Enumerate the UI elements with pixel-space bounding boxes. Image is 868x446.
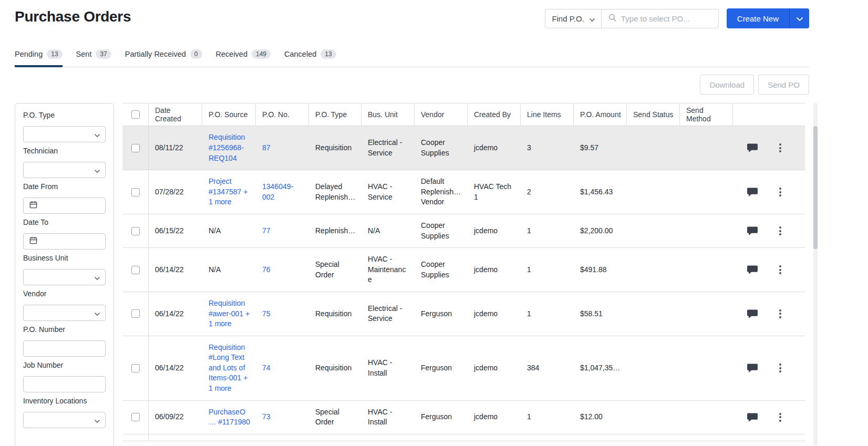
kebab-menu-icon[interactable] <box>776 142 784 153</box>
cell-po-amount: $58.51 <box>574 303 627 326</box>
po-type-label: P.O. Type <box>23 111 106 119</box>
find-po-dropdown[interactable]: Find P.O. <box>545 9 601 28</box>
po-source-link[interactable]: Project #1347587 + 1 more <box>209 177 247 206</box>
table-row[interactable]: 07/28/22 Project #1347587 + 1 more 13460… <box>122 170 805 214</box>
date-to-input[interactable] <box>23 233 106 250</box>
table-row[interactable]: 06/15/22 N/A 77 Replenish… N/A Cooper Su… <box>122 214 805 248</box>
cell-po-type: Special Order <box>309 401 361 434</box>
row-checkbox[interactable] <box>131 266 140 274</box>
po-no-link[interactable]: 87 <box>262 143 271 152</box>
po-type-select[interactable] <box>23 126 106 142</box>
inventory-locations-select[interactable] <box>23 412 106 428</box>
find-po-group: Find P.O. <box>545 9 718 28</box>
cell-date-created: 08/11/22 <box>149 137 202 160</box>
kebab-menu-icon[interactable] <box>776 362 784 374</box>
cell-vendor: Cooper Supplies <box>415 131 468 164</box>
cell-send-method <box>680 362 733 375</box>
technician-select[interactable] <box>23 162 106 178</box>
create-new-button[interactable]: Create New <box>727 8 789 28</box>
kebab-menu-icon[interactable] <box>776 225 784 236</box>
tab-received[interactable]: Received 149 <box>216 44 271 67</box>
po-source-link[interactable]: Requisition #Long Text and Lots of Items… <box>209 343 247 392</box>
create-new-dropdown-button[interactable] <box>789 8 809 28</box>
col-line-items: Line Items <box>521 103 574 126</box>
po-number-label: P.O. Number <box>23 325 106 334</box>
table-row[interactable]: 06/09/22 PurchaseO… #1171980 73 Special … <box>122 401 805 434</box>
po-source-link[interactable]: Requisition #1256968-REQ104 <box>209 133 245 162</box>
po-no-link[interactable]: 74 <box>262 364 271 372</box>
po-source-link[interactable]: PurchaseO… #1171980 <box>209 408 250 427</box>
cell-created-by: jcdemo <box>468 357 521 380</box>
tab-canceled[interactable]: Canceled 13 <box>284 44 336 67</box>
table-row[interactable]: 06/14/22 N/A 76 Special Order HVAC - Mai… <box>122 248 805 292</box>
row-checkbox[interactable] <box>131 309 140 318</box>
date-to-label: Date To <box>23 218 106 226</box>
cell-po-source: N/A <box>209 226 221 235</box>
table-row[interactable]: 06/14/22 Requisition #Long Text and Lots… <box>122 336 805 401</box>
cell-line-items: 1 <box>521 303 574 326</box>
table-row[interactable]: 08/11/22 Requisition #1256968-REQ104 87 … <box>122 126 805 170</box>
po-number-input[interactable] <box>29 345 100 353</box>
tab-count-badge: 37 <box>96 49 111 59</box>
po-no-link[interactable]: 77 <box>262 226 271 235</box>
cell-bus-unit: HVAC - Install <box>361 351 415 385</box>
row-checkbox[interactable] <box>131 188 140 196</box>
col-send-method: Send Method <box>680 103 733 126</box>
kebab-menu-icon[interactable] <box>776 186 784 198</box>
po-no-link[interactable]: 1346049-002 <box>262 182 293 201</box>
table-row-partial <box>122 434 805 441</box>
tab-count-badge: 13 <box>47 49 62 59</box>
chevron-down-icon <box>95 273 100 282</box>
cell-send-method <box>680 142 733 154</box>
comment-icon[interactable] <box>747 187 758 197</box>
tab-pending[interactable]: Pending 13 <box>15 44 63 67</box>
comment-icon[interactable] <box>747 143 758 153</box>
cell-po-type: Requisition <box>309 303 361 326</box>
row-checkbox[interactable] <box>131 144 140 152</box>
po-no-link[interactable]: 75 <box>262 309 271 318</box>
po-source-link[interactable]: Requisition #awer-001 + 1 more <box>209 299 250 328</box>
kebab-menu-icon[interactable] <box>776 412 784 423</box>
kebab-menu-icon[interactable] <box>776 264 784 275</box>
po-no-link[interactable]: 73 <box>262 412 271 421</box>
tab-label: Pending <box>15 50 43 58</box>
cell-send-status <box>627 307 680 320</box>
search-icon <box>608 13 617 24</box>
find-po-label: Find P.O. <box>552 14 584 23</box>
row-checkbox[interactable] <box>131 364 140 372</box>
comment-icon[interactable] <box>747 412 758 422</box>
table-scrollbar[interactable] <box>813 103 818 445</box>
table-row[interactable]: 06/14/22 Requisition #awer-001 + 1 more … <box>122 292 805 336</box>
comment-icon[interactable] <box>747 226 758 236</box>
job-number-input[interactable] <box>29 380 100 389</box>
send-po-button[interactable]: Send PO <box>758 75 809 95</box>
po-no-link[interactable]: 76 <box>262 265 271 274</box>
select-all-checkbox[interactable] <box>131 110 140 119</box>
cell-send-status <box>627 411 680 423</box>
row-checkbox[interactable] <box>131 413 140 421</box>
comment-icon[interactable] <box>747 265 758 275</box>
job-number-input-wrap <box>23 376 106 392</box>
comment-icon[interactable] <box>747 363 758 373</box>
tab-partially-received[interactable]: Partially Received 0 <box>125 44 202 67</box>
scrollbar-thumb[interactable] <box>813 126 818 249</box>
tab-sent[interactable]: Sent 37 <box>76 44 111 67</box>
cell-bus-unit: N/A <box>361 220 415 243</box>
kebab-menu-icon[interactable] <box>776 308 784 319</box>
row-checkbox[interactable] <box>131 227 140 235</box>
cell-po-amount: $9.57 <box>574 137 627 160</box>
business-unit-select[interactable] <box>23 269 106 285</box>
cell-send-method <box>680 411 733 423</box>
po-search-box <box>602 9 718 28</box>
download-button[interactable]: Download <box>700 75 754 95</box>
filter-panel: P.O. Type Technician Date From Date To <box>15 103 114 446</box>
status-tabs: Pending 13 Sent 37 Partially Received 0 … <box>15 44 809 67</box>
date-from-input[interactable] <box>23 198 106 214</box>
cell-po-type: Delayed Replenish… <box>309 175 361 209</box>
comment-icon[interactable] <box>747 309 758 319</box>
cell-po-amount: $1,456.43 <box>574 181 627 204</box>
cell-line-items: 384 <box>521 357 574 380</box>
cell-line-items: 2 <box>521 181 574 204</box>
po-search-input[interactable] <box>621 14 712 23</box>
vendor-select[interactable] <box>23 305 106 321</box>
